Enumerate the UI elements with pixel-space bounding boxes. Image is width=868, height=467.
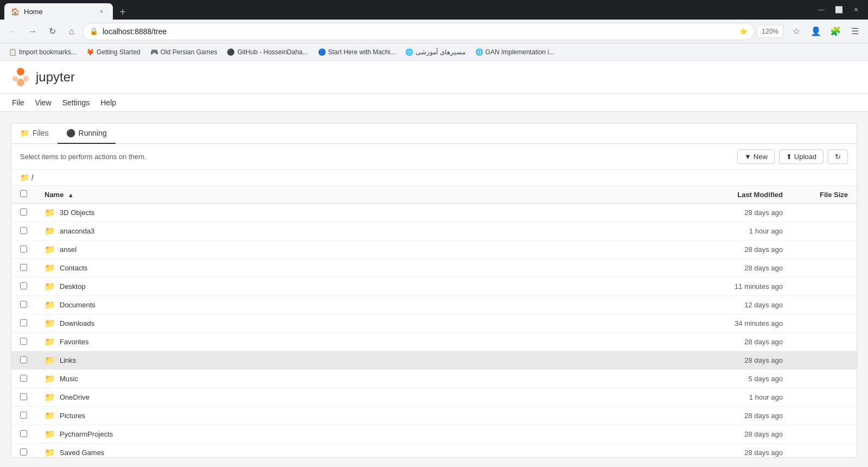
row-name-cell: 📁 3D Objects (36, 204, 683, 222)
new-button[interactable]: ▼ New (737, 149, 775, 164)
row-checkbox[interactable] (20, 430, 27, 437)
old-persian-games-label: Old Persian Games (161, 48, 218, 56)
table-row[interactable]: 📁 anaconda3 1 hour ago (11, 222, 857, 241)
new-tab-button[interactable]: + (115, 4, 130, 20)
extensions-button[interactable]: 🧩 (827, 23, 844, 40)
address-text: localhost:8888/tree (103, 27, 167, 36)
table-row[interactable]: 📁 OneDrive 1 hour ago (11, 388, 857, 407)
row-checkbox[interactable] (20, 356, 27, 363)
row-size-cell (792, 296, 857, 314)
table-row[interactable]: 📁 3D Objects 28 days ago (11, 204, 857, 222)
bookmark-masirha[interactable]: 🌐 مسیرهای آموزشی (401, 46, 469, 58)
table-row[interactable]: 📁 Contacts 28 days ago (11, 259, 857, 277)
row-checkbox[interactable] (20, 338, 27, 345)
github-hossein-label: GitHub - HosseinDaha... (237, 48, 308, 56)
tab-files[interactable]: 📁 Files (11, 123, 58, 144)
row-checkbox[interactable] (20, 393, 27, 400)
table-row[interactable]: 📁 Saved Games 28 days ago (11, 444, 857, 458)
nav-view[interactable]: View (34, 96, 53, 109)
reload-button[interactable]: ↻ (43, 23, 61, 40)
bookmark-getting-started[interactable]: 🦊 Getting Started (82, 46, 145, 58)
table-row[interactable]: 📁 Favorites 28 days ago (11, 333, 857, 351)
select-all-checkbox[interactable] (20, 190, 27, 197)
tab-running[interactable]: ⚫ Running (58, 123, 116, 144)
row-size-cell (792, 241, 857, 259)
file-name: 3D Objects (60, 209, 94, 217)
bookmark-star-button[interactable]: ☆ (788, 23, 805, 40)
file-name: PycharmProjects (60, 430, 113, 438)
file-name: Contacts (60, 264, 87, 272)
modified-column-header[interactable]: Last Modified (683, 186, 792, 204)
row-checkbox[interactable] (20, 301, 27, 308)
row-checkbox[interactable] (20, 245, 27, 253)
bookmark-gan[interactable]: 🌐 GAN Implementation i... (471, 46, 559, 58)
table-row[interactable]: 📁 ansel 28 days ago (11, 241, 857, 259)
row-checkbox[interactable] (20, 449, 27, 456)
table-row[interactable]: 📁 Links 28 days ago (11, 351, 857, 370)
name-column-header[interactable]: Name ▲ (36, 186, 683, 204)
bookmark-import[interactable]: 📋 Import bookmarks... (4, 46, 81, 58)
nav-settings[interactable]: Settings (61, 96, 91, 109)
row-size-cell (792, 388, 857, 407)
row-checkbox[interactable] (20, 319, 27, 326)
table-row[interactable]: 📁 Downloads 34 minutes ago (11, 314, 857, 333)
row-modified-cell: 28 days ago (683, 241, 792, 259)
file-name: Desktop (60, 282, 86, 291)
row-checkbox[interactable] (20, 412, 27, 419)
bookmark-start-here[interactable]: 🔵 Start Here with Machi... (314, 46, 400, 58)
table-row[interactable]: 📁 Desktop 11 minutes ago (11, 277, 857, 296)
row-modified-cell: 28 days ago (683, 333, 792, 351)
browser-toolbar: ← → ↻ ⌂ 🔒 localhost:8888/tree ⭐ 120% ☆ 👤… (0, 20, 868, 43)
folder-icon: 📁 (44, 226, 55, 236)
window-controls: — ⬜ ✕ (814, 2, 864, 17)
nav-help[interactable]: Help (99, 96, 117, 109)
menu-button[interactable]: ☰ (846, 23, 864, 40)
row-checkbox[interactable] (20, 375, 27, 382)
file-name: OneDrive (60, 393, 90, 401)
tab-close-btn[interactable]: × (97, 7, 106, 16)
maximize-button[interactable]: ⬜ (831, 2, 846, 17)
bookmark-old-persian-games[interactable]: 🎮 Old Persian Games (146, 46, 222, 58)
address-bar[interactable]: 🔒 localhost:8888/tree ⭐ (82, 23, 755, 40)
row-checkbox-cell (11, 388, 36, 407)
browser-tab[interactable]: 🏠 Home × (4, 3, 113, 20)
sort-arrow-icon: ▲ (68, 192, 74, 198)
upload-button-label: Upload (794, 153, 816, 161)
file-name: Favorites (60, 338, 88, 346)
row-modified-cell: 11 minutes ago (683, 277, 792, 296)
folder-icon: 📁 (44, 355, 55, 365)
path-folder-icon: 📁 (20, 173, 29, 182)
minimize-button[interactable]: — (814, 2, 829, 17)
table-row[interactable]: 📁 Documents 12 days ago (11, 296, 857, 314)
back-button[interactable]: ← (4, 23, 22, 40)
gan-icon: 🌐 (475, 48, 483, 56)
home-button[interactable]: ⌂ (63, 23, 80, 40)
upload-button[interactable]: ⬆ Upload (779, 149, 824, 164)
masirha-icon: 🌐 (405, 48, 413, 56)
folder-icon: 📁 (44, 263, 55, 273)
row-name-cell: 📁 Saved Games (36, 444, 683, 458)
size-column-header[interactable]: File Size (792, 186, 857, 204)
row-checkbox[interactable] (20, 227, 27, 234)
table-row[interactable]: 📁 Music 5 days ago (11, 370, 857, 388)
profile-button[interactable]: 👤 (807, 23, 825, 40)
file-name: Links (60, 356, 76, 364)
row-size-cell (792, 222, 857, 241)
modified-header-label: Last Modified (737, 191, 783, 199)
bookmark-github-hossein[interactable]: ⚫ GitHub - HosseinDaha... (222, 46, 312, 58)
refresh-button[interactable]: ↻ (828, 149, 848, 164)
tab-favicon: 🏠 (11, 8, 20, 16)
zoom-level: 120% (757, 25, 783, 38)
row-checkbox[interactable] (20, 282, 27, 289)
table-row[interactable]: 📁 Pictures 28 days ago (11, 407, 857, 425)
row-checkbox[interactable] (20, 264, 27, 271)
table-row[interactable]: 📁 PycharmProjects 28 days ago (11, 425, 857, 444)
row-modified-cell: 28 days ago (683, 425, 792, 444)
row-name-cell: 📁 Documents (36, 296, 683, 314)
close-button[interactable]: ✕ (848, 2, 864, 17)
row-checkbox[interactable] (20, 209, 27, 216)
masirha-label: مسیرهای آموزشی (416, 48, 465, 56)
nav-file[interactable]: File (11, 96, 25, 109)
row-checkbox-cell (11, 314, 36, 333)
forward-button[interactable]: → (24, 23, 41, 40)
